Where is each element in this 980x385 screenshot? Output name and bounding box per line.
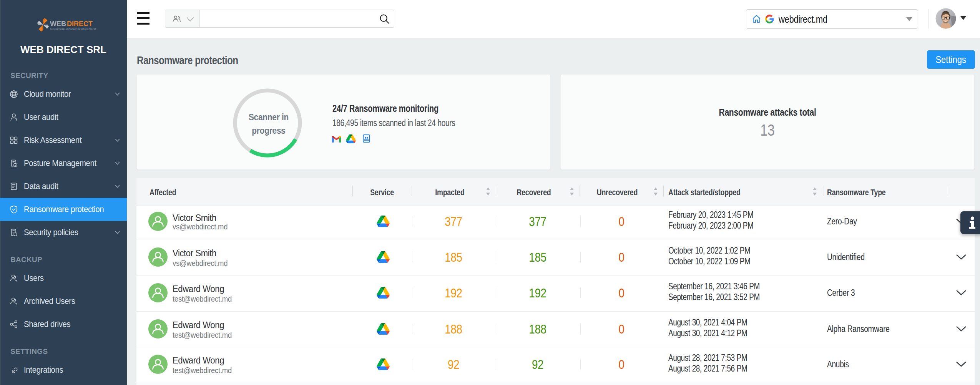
svg-text:WEB: WEB bbox=[50, 20, 66, 28]
svg-text:DIRECT: DIRECT bbox=[67, 20, 93, 28]
svg-text:BUSINESS RELATIONSHIP BASED ON: BUSINESS RELATIONSHIP BASED ON TRUST bbox=[50, 28, 96, 30]
